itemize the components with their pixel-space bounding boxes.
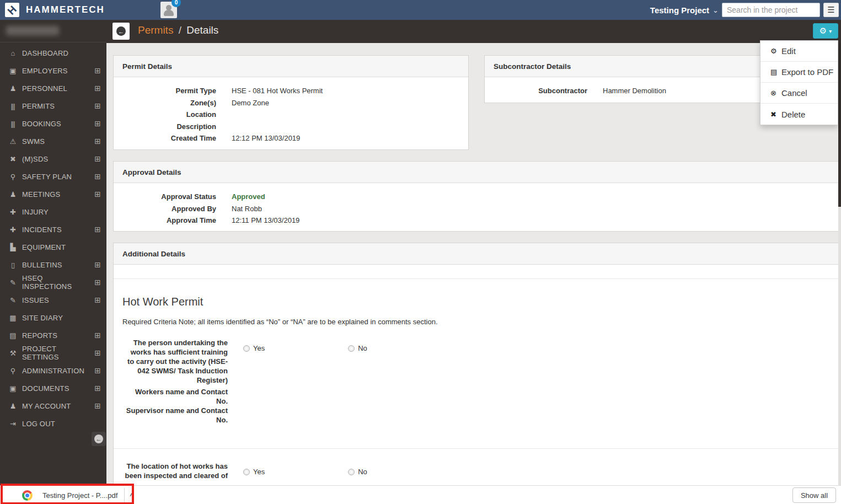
radio-option-yes[interactable]: Yes [243,344,265,352]
sidebar-item-meetings[interactable]: ♟ MEETINGS ⊞ [0,185,106,203]
expand-icon[interactable]: ⊞ [94,401,101,410]
medkit-icon: ✚ [6,226,19,234]
sidebar-collapse-button[interactable]: ← [92,432,106,446]
sidebar-item-safety-plan[interactable]: ⚲ SAFETY PLAN ⊞ [0,168,106,185]
radio-option-yes[interactable]: Yes [243,468,265,476]
barcode-icon: ||| [6,120,19,128]
sidebar-item-hseq-inspections[interactable]: ✎ HSEQ INSPECTIONS ⊞ [0,274,106,291]
edit-icon: ✎ [6,278,19,287]
expand-icon[interactable]: ⊞ [94,137,101,146]
vertical-scrollbar[interactable] [838,43,841,485]
sidebar-item-site-diary[interactable]: ▦ SITE DIARY ⊞ [0,309,106,326]
expand-icon[interactable]: ⊞ [94,278,101,287]
expand-icon[interactable]: ⊞ [94,66,101,75]
cancel-circle-icon: ⊗ [770,89,781,97]
sidebar-item-issues[interactable]: ✎ ISSUES ⊞ [0,291,106,309]
panel-title: Additional Details [114,243,839,265]
caret-up-icon[interactable]: ^ [130,491,134,500]
expand-icon[interactable]: ⊞ [94,84,101,93]
delete-icon: ✖ [770,110,781,119]
sidebar-item-swms[interactable]: ⚠ SWMS ⊞ [0,132,106,150]
radio-option-no[interactable]: No [348,468,367,476]
show-all-button[interactable]: Show all [792,487,836,503]
brand-title: HAMMERTECH [26,4,105,15]
menu-item-cancel[interactable]: ⊗ Cancel [760,83,838,104]
form-title: Hot Work Permit [122,296,203,308]
actions-dropdown-menu: ⚙ Edit ▤ Export to PDF ⊗ Cancel ✖ Delete [760,40,838,125]
sidebar-item-dashboard[interactable]: ⌂ DASHBOARD ⊞ [0,44,106,62]
menu-item-export-to-pdf[interactable]: ▤ Export to PDF [760,62,838,83]
sidebar-item-bookings[interactable]: ||| BOOKINGS ⊞ [0,115,106,132]
sidebar-item-equipment[interactable]: ▙ EQUIPMENT ⊞ [0,238,106,256]
chrome-icon [22,490,33,501]
menu-button[interactable]: ☰ [823,3,839,17]
field-row: Approval Time 12:11 PM 13/03/2019 [114,215,839,227]
sidebar-item-m-sds[interactable]: ✖ (M)SDS ⊞ [0,150,106,168]
radio-button[interactable] [348,345,355,352]
medkit-icon: ✚ [6,208,19,216]
expand-icon[interactable]: ⊞ [94,260,101,269]
truck-icon: ▙ [6,243,19,251]
actions-gear-button[interactable]: ⚙ ▾ [813,23,838,39]
field-row: Location [114,109,468,121]
radio-button[interactable] [243,345,250,352]
expand-icon[interactable]: ⊞ [94,119,101,128]
back-button[interactable]: ← [113,23,130,40]
barcode-icon: ||| [6,102,19,110]
calendar-icon: ▦ [6,314,19,322]
permit-details-panel: Permit Details Permit Type HSE - 081 Hot… [113,55,469,150]
expand-icon[interactable]: ⊞ [94,348,101,357]
expand-icon[interactable]: ⊞ [94,366,101,375]
chevron-down-icon: ⌄ [713,6,719,14]
panel-title: Permit Details [114,56,468,77]
question-label: The person undertaking the works has suf… [122,338,228,385]
sidebar-item-permits[interactable]: ||| PERMITS ⊞ [0,97,106,115]
menu-item-delete[interactable]: ✖ Delete [760,104,838,125]
expand-icon[interactable]: ⊞ [94,384,101,393]
radio-button[interactable] [243,469,250,475]
page-header-bar: ← Permits / Details ⚙ ▾ [106,20,841,43]
sidebar-item-personnel[interactable]: ♟ PERSONNEL ⊞ [0,79,106,97]
scrollbar-thumb[interactable] [838,43,841,207]
divider [114,278,839,279]
radio-button[interactable] [348,469,355,475]
search-input[interactable] [722,3,820,17]
wrench-icon: ⚒ [6,349,19,357]
menu-item-edit[interactable]: ⚙ Edit [760,41,838,62]
sidebar-item-log-out[interactable]: ⇥ LOG OUT ⊞ [0,415,106,432]
expand-icon[interactable]: ⊞ [94,296,101,304]
sidebar-item-documents[interactable]: ▣ DOCUMENTS ⊞ [0,379,106,397]
sidebar-header [0,20,106,42]
logout-icon: ⇥ [6,420,19,428]
edit-icon: ✎ [6,296,19,304]
downloaded-file-chip[interactable]: Testing Project - P....pdf ^ [22,486,134,504]
notifications-avatar-button[interactable]: 0 [160,2,177,18]
field-row: Permit Type HSE - 081 Hot Works Permit [114,85,468,97]
sidebar-item-employers[interactable]: ▣ EMPLOYERS ⊞ [0,62,106,79]
expand-icon[interactable]: ⊞ [94,154,101,163]
paperclip-icon: ⚲ [6,367,19,375]
breadcrumb-permits-link[interactable]: Permits [138,24,173,36]
gear-icon: ⚙ [770,47,781,55]
sidebar-item-bulletins[interactable]: ▯ BULLETINS ⊞ [0,256,106,274]
sidebar-item-administration[interactable]: ⚲ ADMINISTRATION ⊞ [0,362,106,379]
expand-icon[interactable]: ⊞ [94,101,101,110]
expand-icon[interactable]: ⊞ [94,172,101,181]
radio-option-no[interactable]: No [348,344,367,352]
expand-icon[interactable]: ⊞ [94,190,101,199]
sidebar-item-incidents[interactable]: ✚ INCIDENTS ⊞ [0,221,106,238]
project-selector[interactable]: Testing Project ⌄ [650,0,719,20]
panel-title: Approval Details [114,162,839,183]
sidebar-item-my-account[interactable]: ♟ MY ACCOUNT ⊞ [0,397,106,415]
expand-icon[interactable]: ⊞ [94,225,101,234]
notification-badge: 0 [172,0,181,7]
divider [114,448,839,449]
caret-down-icon: ▾ [829,28,832,34]
expand-icon[interactable]: ⊞ [94,331,101,340]
sidebar-item-injury[interactable]: ✚ INJURY ⊞ [0,203,106,221]
page-title: Details [186,24,218,36]
field-row: Description [114,121,468,133]
sidebar-item-reports[interactable]: ▤ REPORTS ⊞ [0,326,106,344]
sidebar-item-project-settings[interactable]: ⚒ PROJECT SETTINGS ⊞ [0,344,106,362]
question-radio-group: Yes No [243,468,367,476]
